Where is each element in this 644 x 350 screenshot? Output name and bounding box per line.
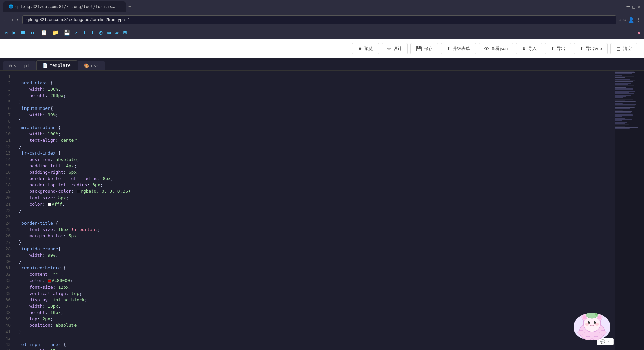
- mascot-svg: [574, 313, 610, 340]
- toolbar-close-button[interactable]: ✕: [637, 29, 641, 36]
- tool-icon-11[interactable]: ⊙: [97, 28, 104, 37]
- line-numbers: 1234567891011121314151617181920212223242…: [0, 71, 13, 350]
- design-button[interactable]: ✏ 设计: [382, 43, 408, 54]
- design-icon: ✏: [387, 46, 391, 51]
- save-button[interactable]: 💾 保存: [410, 43, 438, 54]
- import-label: 导入: [528, 46, 537, 52]
- clear-button[interactable]: 🗑 清空: [610, 43, 637, 54]
- tab-area: 🌐 qifeng.321zou.com:81/xitong/tool/forml…: [3, 0, 624, 13]
- browser-tab[interactable]: 🌐 qifeng.321zou.com:81/xitong/tool/forml…: [3, 1, 126, 12]
- template-tab-label: template: [50, 63, 71, 68]
- back-button[interactable]: ←: [3, 16, 8, 24]
- import-button[interactable]: ⬇ 导入: [516, 43, 542, 54]
- tool-icon-8[interactable]: ✂: [73, 29, 80, 36]
- mascot-image: [574, 313, 610, 340]
- svg-point-10: [585, 323, 589, 326]
- tool-icon-14[interactable]: ⊞: [122, 29, 128, 36]
- tab-css[interactable]: 🎨 css: [78, 61, 105, 70]
- profile-icon[interactable]: 👤: [628, 17, 634, 23]
- svg-point-4: [583, 315, 586, 319]
- import-icon: ⬇: [522, 46, 526, 51]
- address-bar[interactable]: [22, 15, 616, 24]
- toolbar-row: ↺ ▶ ⏹ ⏭ 📋 📁 💾 ✂ ⬆ ⬇ ⊙ ▭ ▱ ⊞ ✕: [0, 26, 644, 39]
- tool-icon-5[interactable]: 📋: [39, 29, 49, 36]
- tool-icon-3[interactable]: ⏹: [19, 29, 27, 36]
- svg-point-14: [585, 336, 591, 340]
- script-tab-label: script: [14, 63, 30, 68]
- export-vue-icon: ⬆: [580, 46, 584, 51]
- browser-chrome: 🌐 qifeng.321zou.com:81/xitong/tool/forml…: [0, 0, 644, 13]
- tool-icon-6[interactable]: 📁: [51, 29, 60, 36]
- save-icon: 💾: [416, 46, 422, 51]
- new-tab-button[interactable]: +: [126, 3, 134, 10]
- svg-point-11: [595, 323, 599, 326]
- svg-point-13: [600, 330, 606, 335]
- upgrade-icon: ⬆: [447, 46, 451, 51]
- css-tab-label: css: [91, 63, 99, 68]
- view-json-icon: 👁: [484, 46, 489, 51]
- save-label: 保存: [424, 46, 433, 52]
- clear-icon: 🗑: [616, 46, 621, 51]
- browser-action-icons: ☆ ⚙ 👤 ⋮: [618, 17, 641, 23]
- view-json-label: 查看json: [491, 46, 508, 52]
- editor-tabs: ⚙ script 📄 template 🎨 css: [0, 58, 644, 71]
- export-icon: ⬆: [551, 46, 555, 51]
- code-content[interactable]: .head-class { width: 100%; height: 200px…: [13, 71, 615, 350]
- export-button[interactable]: ⬆ 导出: [545, 43, 571, 54]
- tool-icon-13[interactable]: ▱: [114, 29, 120, 36]
- clear-label: 清空: [623, 46, 632, 52]
- scrollbar[interactable]: [642, 71, 644, 350]
- preview-label: 预览: [364, 46, 373, 52]
- extensions-icon[interactable]: ⚙: [624, 17, 626, 23]
- tool-icon-2[interactable]: ▶: [11, 29, 17, 36]
- minimap: [615, 71, 642, 350]
- tool-icon-10[interactable]: ⬇: [90, 29, 96, 36]
- tab-favicon: 🌐: [9, 4, 13, 9]
- upgrade-button[interactable]: ⬆ 升级表单: [441, 43, 476, 54]
- mascot: [574, 313, 610, 340]
- preview-button[interactable]: 👁 预览: [352, 43, 379, 54]
- tab-title: qifeng.321zou.com:81/xitong/tool/formlis…: [15, 4, 116, 9]
- export-vue-button[interactable]: ⬆ 导出Vue: [574, 43, 608, 54]
- view-json-button[interactable]: 👁 查看json: [479, 43, 513, 54]
- svg-point-15: [593, 336, 599, 340]
- css-tab-icon: 🎨: [84, 63, 89, 68]
- template-tab-icon: 📄: [43, 63, 48, 68]
- export-vue-label: 导出Vue: [586, 46, 602, 52]
- upgrade-label: 升级表单: [453, 46, 470, 52]
- script-tab-icon: ⚙: [9, 63, 12, 68]
- app-topbar: 👁 预览 ✏ 设计 💾 保存 ⬆ 升级表单 👁 查看json ⬇ 导入 ⬆ 导出…: [0, 39, 644, 58]
- tool-icon-12[interactable]: ▭: [106, 29, 112, 36]
- window-controls: ─ □ ✕: [626, 3, 641, 10]
- tool-icon-9[interactable]: ⬆: [82, 29, 88, 36]
- tab-close-button[interactable]: ×: [118, 5, 120, 8]
- tool-icon-1[interactable]: ↺: [3, 29, 9, 36]
- svg-point-12: [578, 330, 584, 335]
- code-editor: 1234567891011121314151617181920212223242…: [0, 71, 644, 350]
- tool-icon-4[interactable]: ⏭: [29, 29, 37, 36]
- preview-icon: 👁: [358, 46, 362, 51]
- minimize-button[interactable]: ─: [626, 3, 630, 10]
- tool-icon-7[interactable]: 💾: [62, 29, 71, 36]
- export-label: 导出: [557, 46, 565, 52]
- tab-template[interactable]: 📄 template: [36, 60, 77, 70]
- refresh-button[interactable]: ↻: [16, 16, 20, 24]
- bookmark-icon[interactable]: ☆: [618, 17, 621, 23]
- svg-point-9: [595, 321, 596, 322]
- menu-icon[interactable]: ⋮: [636, 17, 641, 23]
- svg-point-8: [589, 321, 590, 322]
- tab-script[interactable]: ⚙ script: [3, 61, 36, 70]
- forward-button[interactable]: →: [9, 16, 14, 24]
- nav-icons: ← → ↻: [3, 16, 20, 24]
- close-window-button[interactable]: ✕: [638, 4, 641, 9]
- svg-point-5: [598, 315, 601, 319]
- maximize-button[interactable]: □: [632, 4, 635, 9]
- design-label: 设计: [393, 46, 402, 52]
- toolbar-close: ✕: [637, 29, 641, 36]
- address-bar-row: ← → ↻ ☆ ⚙ 👤 ⋮: [0, 13, 644, 26]
